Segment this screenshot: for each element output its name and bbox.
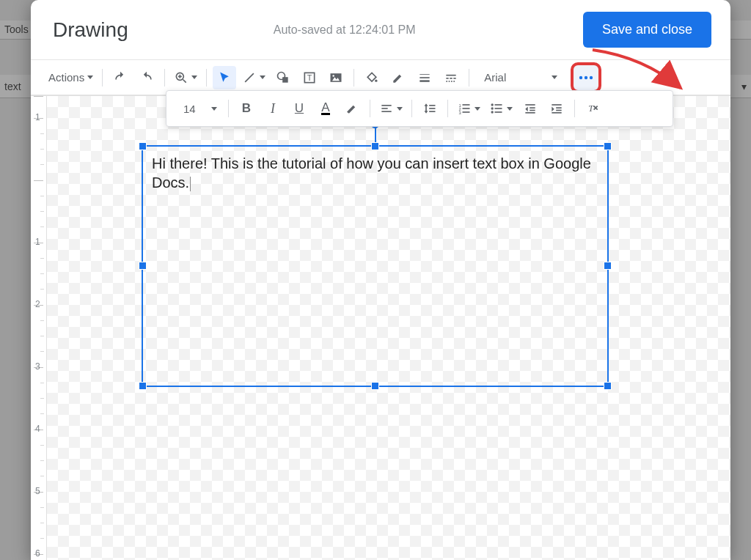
svg-rect-16 xyxy=(447,74,456,75)
ruler-tick: 1 xyxy=(35,112,40,122)
separator xyxy=(469,69,469,86)
svg-rect-17 xyxy=(447,78,449,79)
more-icon xyxy=(578,75,594,81)
redo-icon xyxy=(139,70,154,85)
svg-rect-32 xyxy=(429,111,435,112)
dialog-header: Drawing Auto-saved at 12:24:01 PM Save a… xyxy=(31,0,730,59)
svg-point-26 xyxy=(590,75,593,78)
resize-handle-mr[interactable] xyxy=(604,262,612,270)
svg-rect-50 xyxy=(552,104,561,106)
svg-rect-15 xyxy=(420,80,430,82)
canvas-wrap: 1 1 2 3 4 5 6 7 8 9 10 14 B I U xyxy=(31,96,730,560)
textbox-tool[interactable]: T xyxy=(298,66,321,89)
svg-rect-46 xyxy=(530,107,535,108)
italic-button[interactable]: I xyxy=(261,97,285,120)
ruler-tick: 5 xyxy=(35,486,40,496)
svg-rect-29 xyxy=(381,111,391,112)
chevron-down-icon xyxy=(211,107,217,111)
actions-menu-label: Actions xyxy=(48,71,84,84)
autosave-status: Auto-saved at 12:24:01 PM xyxy=(128,23,583,37)
separator xyxy=(574,100,575,117)
svg-rect-48 xyxy=(525,112,535,114)
bold-button[interactable]: B xyxy=(235,97,258,120)
rotate-line xyxy=(375,128,376,142)
line-icon xyxy=(242,70,257,85)
resize-handle-bl[interactable] xyxy=(139,382,147,390)
vertical-ruler: 1 1 2 3 4 5 6 7 8 9 10 xyxy=(31,96,47,560)
image-icon xyxy=(329,70,343,85)
bulleted-list-button[interactable] xyxy=(486,97,516,120)
svg-rect-38 xyxy=(463,111,470,113)
svg-rect-22 xyxy=(451,81,453,82)
chevron-down-icon xyxy=(507,107,513,111)
chevron-down-icon xyxy=(191,75,197,79)
svg-text:T: T xyxy=(588,103,594,114)
drawing-canvas[interactable]: 14 B I U A 123 T xyxy=(47,96,730,560)
svg-rect-53 xyxy=(552,112,561,114)
line-tool[interactable] xyxy=(239,66,268,89)
svg-rect-30 xyxy=(429,105,435,106)
bulleted-list-icon xyxy=(489,101,504,116)
svg-rect-27 xyxy=(381,105,391,106)
chevron-down-icon xyxy=(475,107,480,111)
svg-rect-18 xyxy=(450,78,453,79)
svg-point-25 xyxy=(585,75,587,78)
resize-handle-bm[interactable] xyxy=(371,382,379,390)
svg-rect-36 xyxy=(463,104,470,106)
svg-rect-47 xyxy=(530,110,535,111)
fill-color-button[interactable] xyxy=(360,66,384,89)
svg-point-40 xyxy=(491,107,494,109)
text-format-toolbar: 14 B I U A 123 T xyxy=(166,90,673,127)
text-color-button[interactable]: A xyxy=(314,97,337,120)
svg-rect-6 xyxy=(282,77,288,83)
shape-tool[interactable] xyxy=(271,66,295,89)
shape-icon xyxy=(276,70,290,85)
clear-formatting-icon: T xyxy=(585,101,600,116)
image-tool[interactable] xyxy=(324,66,348,89)
align-button[interactable] xyxy=(376,97,406,120)
undo-button[interactable] xyxy=(109,66,132,89)
separator xyxy=(447,100,448,117)
chevron-down-icon xyxy=(260,75,265,79)
cursor-icon xyxy=(217,70,232,85)
svg-point-12 xyxy=(375,79,377,81)
resize-handle-ml[interactable] xyxy=(139,262,147,270)
font-size-label: 14 xyxy=(183,103,208,115)
ruler-tick: 1 xyxy=(35,237,40,247)
svg-rect-13 xyxy=(420,74,430,75)
text-cursor xyxy=(190,177,191,191)
font-picker[interactable]: Arial xyxy=(475,66,563,89)
font-size-picker[interactable]: 14 xyxy=(174,97,222,119)
resize-handle-tl[interactable] xyxy=(139,142,147,150)
decrease-indent-button[interactable] xyxy=(519,97,542,120)
line-spacing-button[interactable] xyxy=(418,97,442,120)
underline-button[interactable]: U xyxy=(287,97,311,120)
save-and-close-button[interactable]: Save and close xyxy=(583,12,711,48)
zoom-button[interactable] xyxy=(171,66,200,89)
actions-menu[interactable]: Actions xyxy=(45,66,96,89)
ruler-tick: 4 xyxy=(35,424,40,434)
text-color-icon: A xyxy=(321,102,329,115)
svg-rect-31 xyxy=(429,108,435,109)
svg-text:T: T xyxy=(307,73,312,82)
resize-handle-tm[interactable] xyxy=(371,142,379,150)
numbered-list-button[interactable]: 123 xyxy=(454,97,483,120)
border-color-button[interactable] xyxy=(387,66,410,89)
svg-rect-20 xyxy=(447,81,448,82)
font-name-label: Arial xyxy=(484,71,549,84)
clear-formatting-button[interactable]: T xyxy=(581,97,604,120)
border-dash-button[interactable] xyxy=(439,66,463,89)
more-button[interactable] xyxy=(571,62,601,93)
redo-button[interactable] xyxy=(135,66,158,89)
text-box[interactable]: Hi there! This is the tutorial of how yo… xyxy=(142,145,609,387)
resize-handle-br[interactable] xyxy=(604,382,612,390)
border-weight-button[interactable] xyxy=(413,66,436,89)
ruler-tick: 3 xyxy=(35,361,40,372)
increase-indent-button[interactable] xyxy=(545,97,568,120)
svg-point-41 xyxy=(491,111,494,113)
resize-handle-tr[interactable] xyxy=(604,142,612,150)
svg-rect-45 xyxy=(525,104,535,106)
select-tool[interactable] xyxy=(213,66,236,89)
highlight-button[interactable] xyxy=(340,97,364,120)
svg-text:3: 3 xyxy=(459,111,461,115)
